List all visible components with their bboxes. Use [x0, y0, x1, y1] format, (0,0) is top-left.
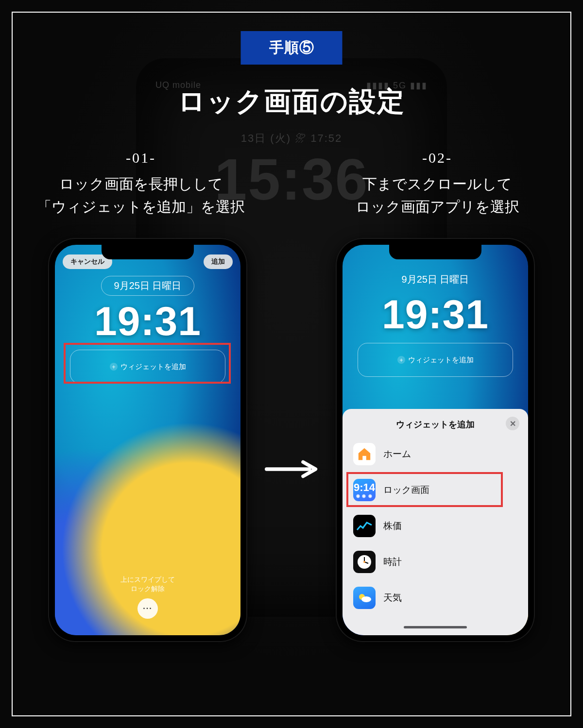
add-widget-slot[interactable]: ＋ ウィジェットを追加 — [358, 343, 513, 377]
notch — [102, 245, 194, 259]
lock-time: 19:31 — [382, 291, 489, 338]
sheet-title: ウィジェットを追加 — [396, 419, 475, 430]
phone-left: キャンセル 追加 9月25日 日曜日 19:31 ＋ ウィジェットを追加 上にス… — [48, 238, 247, 642]
add-button[interactable]: 追加 — [204, 254, 233, 269]
sheet-item-clock[interactable]: 時計 — [348, 545, 522, 579]
svg-point-6 — [361, 596, 371, 602]
sheet-item-label: 時計 — [383, 556, 402, 568]
step-badge: 手順⑤ — [241, 31, 343, 65]
plus-icon: ＋ — [110, 363, 118, 371]
sheet-item-label: 株価 — [383, 520, 402, 532]
captions-row: -01- ロック画面を長押しして 「ウィジェットを追加」を選択 -02- 下まで… — [0, 150, 583, 218]
more-button[interactable]: ··· — [137, 598, 158, 619]
phone-right-screen: 9月25日 日曜日 19:31 ＋ ウィジェットを追加 ウィジェットを追加 ✕ — [343, 245, 528, 635]
home-icon — [353, 443, 376, 465]
caption-01: -01- ロック画面を長押しして 「ウィジェットを追加」を選択 — [34, 150, 248, 218]
sheet-item-label: ホーム — [383, 448, 411, 460]
weather-icon — [353, 587, 376, 609]
sheet-item-home[interactable]: ホーム — [348, 437, 522, 471]
add-widget-label: ウィジェットを追加 — [408, 356, 474, 365]
clock-icon — [353, 551, 376, 573]
stocks-icon — [353, 515, 376, 537]
lock-date[interactable]: 9月25日 日曜日 — [101, 276, 195, 296]
sheet-item-label: ロック画面 — [383, 484, 429, 496]
lock-content: 9月25日 日曜日 19:31 ＋ ウィジェットを追加 — [343, 270, 528, 377]
close-icon[interactable]: ✕ — [506, 417, 519, 430]
caption-text: 下までスクロールして ロック画面アプリを選択 — [330, 173, 544, 218]
sheet-item-lockscreen[interactable]: 9:14 ◉ ◉ ◉ ロック画面 — [348, 473, 522, 507]
lock-date: 9月25日 日曜日 — [389, 270, 482, 289]
caption-num: -01- — [34, 150, 248, 166]
swipe-hint: 上にスワイプして ロック解除 — [55, 575, 240, 593]
add-widget-slot[interactable]: ＋ ウィジェットを追加 — [70, 350, 225, 384]
page-title: ロック画面の設定 — [0, 84, 583, 120]
caption-num: -02- — [330, 150, 544, 166]
sheet-item-stocks[interactable]: 株価 — [348, 509, 522, 543]
sheet-item-weather[interactable]: 天気 — [348, 581, 522, 615]
sheet-item-label: 天気 — [383, 592, 402, 604]
home-indicator — [404, 626, 467, 628]
widget-sheet: ウィジェットを追加 ✕ ホーム 9:14 ◉ ◉ ◉ — [343, 409, 528, 635]
lock-time[interactable]: 19:31 — [94, 298, 201, 345]
sheet-header: ウィジェットを追加 ✕ — [348, 416, 522, 437]
plus-icon: ＋ — [397, 356, 405, 364]
phone-left-screen: キャンセル 追加 9月25日 日曜日 19:31 ＋ ウィジェットを追加 上にス… — [55, 245, 240, 635]
caption-text: ロック画面を長押しして 「ウィジェットを追加」を選択 — [34, 173, 248, 218]
notch — [389, 245, 481, 259]
phone-right: 9月25日 日曜日 19:31 ＋ ウィジェットを追加 ウィジェットを追加 ✕ — [336, 238, 535, 642]
svg-point-4 — [363, 561, 365, 563]
lock-content: 9月25日 日曜日 19:31 ＋ ウィジェットを追加 — [55, 276, 240, 384]
lockscreen-icon: 9:14 ◉ ◉ ◉ — [353, 479, 376, 501]
sheet-list: ホーム 9:14 ◉ ◉ ◉ ロック画面 株 — [348, 437, 522, 615]
arrow-right-icon — [265, 459, 318, 479]
phones-row: キャンセル 追加 9月25日 日曜日 19:31 ＋ ウィジェットを追加 上にス… — [0, 238, 583, 642]
caption-02: -02- 下までスクロールして ロック画面アプリを選択 — [330, 150, 544, 218]
add-widget-label: ウィジェットを追加 — [120, 362, 186, 372]
